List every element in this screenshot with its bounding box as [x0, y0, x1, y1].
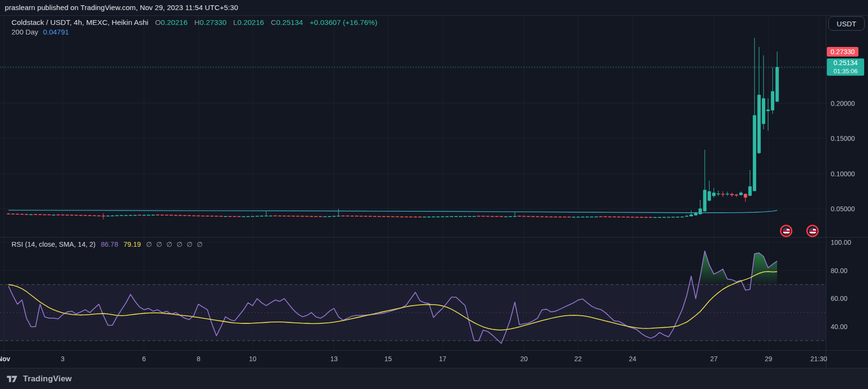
candles	[7, 38, 779, 219]
ohlc-low: L0.20216	[233, 18, 264, 27]
rsi-title[interactable]: RSI (14, close, SMA, 14, 2)	[11, 240, 96, 248]
empty-indicator-slots: ∅∅∅∅∅∅	[146, 240, 202, 248]
price-tick-label: 0.15000	[831, 135, 855, 142]
last-price-label: 0.25134 01:35:06	[827, 58, 864, 76]
empty-slot-icon: ∅	[167, 240, 172, 248]
time-tick-label: 13	[330, 355, 338, 363]
ohlc-high: H0.27330	[194, 18, 226, 27]
time-tick-label: 21:30	[810, 355, 827, 363]
ma200-legend[interactable]: 200 Day 0.04791	[11, 28, 69, 36]
empty-slot-icon: ∅	[187, 240, 192, 248]
rsi-sma-value: 79.19	[123, 240, 141, 248]
tradingview-logo-icon[interactable]	[6, 374, 19, 384]
time-tick-label: 22	[574, 355, 582, 363]
price-tick-label: 0.05000	[831, 205, 855, 213]
symbol-legend[interactable]: Coldstack / USDT, 4h, MEXC, Heikin Ashi …	[11, 18, 378, 27]
high-price-label: 0.27330	[827, 47, 858, 57]
rsi-tick-label: 100.00	[831, 239, 851, 246]
price-change: +0.03607 (+16.76%)	[310, 18, 377, 27]
empty-slot-icon: ∅	[146, 240, 152, 248]
publish-info: praslearn published on TradingView.com, …	[5, 3, 238, 11]
price-tick-label: 0.10000	[831, 170, 855, 178]
currency-toggle-button[interactable]: USDT	[828, 16, 865, 31]
rsi-legend[interactable]: RSI (14, close, SMA, 14, 2) 86.78 79.19 …	[11, 240, 203, 248]
price-tick-label: 0.20000	[831, 100, 855, 107]
ma200-line	[9, 210, 778, 213]
symbol-title[interactable]: Coldstack / USDT, 4h, MEXC, Heikin Ashi	[11, 18, 148, 27]
bar-countdown: 01:35:06	[827, 67, 864, 76]
us-flag-event-icon[interactable]	[806, 225, 819, 237]
rsi-tick-label: 40.00	[831, 323, 847, 331]
empty-slot-icon: ∅	[177, 240, 182, 248]
ohlc-open: O0.20216	[155, 18, 188, 27]
time-tick-label: 15	[384, 355, 392, 363]
time-tick-label: 29	[765, 355, 772, 363]
time-tick-label: Nov	[0, 355, 10, 363]
time-tick-label: 3	[61, 355, 65, 363]
time-tick-label: 24	[629, 355, 636, 363]
time-tick-label: 27	[710, 355, 718, 363]
price-axis-labels[interactable]: 0.200000.150000.100000.05000100.0080.006…	[831, 100, 855, 331]
rsi-overbought-fill	[690, 251, 778, 285]
publish-topbar: praslearn published on TradingView.com, …	[0, 0, 868, 15]
time-tick-label: 20	[520, 355, 528, 363]
ma200-label: 200 Day	[11, 28, 38, 36]
time-axis-labels[interactable]: Nov36810131517202224272921:30	[0, 355, 827, 363]
time-tick-label: 6	[142, 355, 146, 363]
footer-bar: TradingView	[0, 368, 868, 389]
ma200-value: 0.04791	[43, 28, 69, 36]
us-flag-event-icon[interactable]	[780, 225, 792, 237]
tradingview-snapshot: praslearn published on TradingView.com, …	[0, 0, 868, 389]
time-tick-label: 17	[439, 355, 446, 363]
ohlc-close: C0.25134	[271, 18, 303, 27]
time-tick-label: 10	[249, 355, 256, 363]
empty-slot-icon: ∅	[156, 240, 162, 248]
time-tick-label: 8	[197, 355, 200, 363]
empty-slot-icon: ∅	[197, 240, 202, 248]
rsi-tick-label: 60.00	[831, 295, 847, 302]
rsi-value: 86.78	[101, 240, 118, 248]
rsi-tick-label: 80.00	[831, 267, 847, 275]
tradingview-brand[interactable]: TradingView	[23, 374, 72, 384]
price-chart-canvas[interactable]: 0.200000.150000.100000.05000100.0080.006…	[0, 15, 868, 368]
